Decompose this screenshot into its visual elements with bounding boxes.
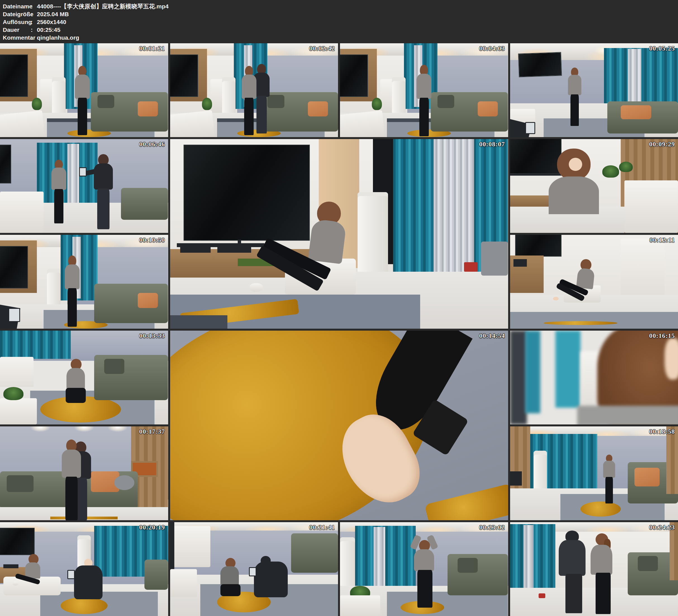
sheer-curtain — [628, 49, 641, 108]
tv-screen — [0, 246, 28, 288]
video-thumbnail-large[interactable]: 00:14:54 — [170, 331, 508, 520]
figure-torso — [51, 167, 66, 190]
figure-torso — [603, 461, 615, 478]
scene-art — [510, 522, 678, 616]
figure-legs — [417, 570, 432, 607]
video-thumbnail[interactable]: 00:17:37 — [0, 426, 168, 520]
tv-screen — [0, 145, 11, 183]
rug-gold-line — [543, 321, 618, 325]
sofa-cushion-orange — [138, 101, 158, 116]
figure-torso — [75, 75, 90, 99]
cheek-closeup — [665, 338, 678, 380]
rug — [510, 312, 678, 329]
figure-legs-kneeling — [66, 388, 86, 403]
figure-legs — [244, 98, 254, 135]
file-info-row: Kommentar : qinglanhua.org — [3, 34, 675, 42]
drawer-cabinet — [380, 79, 393, 114]
figure-torso — [549, 177, 599, 214]
air-conditioner — [357, 192, 388, 277]
tv-screen — [170, 54, 198, 97]
video-thumbnail[interactable]: 00:02:42 — [170, 43, 338, 137]
sofa-cushion — [104, 359, 124, 374]
video-thumbnail[interactable]: 00:06:46 — [0, 139, 168, 233]
video-thumbnail[interactable]: 00:04:03 — [340, 43, 508, 137]
field-separator: : — [31, 18, 37, 26]
timestamp-overlay: 00:04:03 — [479, 45, 505, 52]
scene-art — [510, 331, 678, 424]
scene-art — [0, 139, 168, 233]
video-thumbnail[interactable]: 00:13:33 — [0, 331, 168, 424]
door — [174, 526, 210, 567]
timestamp-overlay: 00:08:07 — [479, 141, 505, 148]
person-figure — [567, 68, 582, 126]
shoe — [12, 581, 18, 585]
scene-art — [510, 235, 678, 329]
resolution-label: Auflösung — [3, 18, 31, 26]
man-legs — [565, 574, 582, 613]
video-thumbnail[interactable]: 00:09:29 — [510, 139, 678, 233]
scene-art — [510, 43, 678, 137]
plant — [619, 162, 633, 172]
video-thumbnail[interactable]: 00:20:19 — [0, 522, 168, 616]
video-thumbnail[interactable]: 00:01:21 — [0, 43, 168, 137]
timestamp-overlay: 00:01:21 — [139, 45, 165, 52]
timestamp-overlay: 00:13:33 — [139, 332, 165, 340]
video-thumbnail[interactable]: 00:16:15 — [510, 331, 678, 424]
sofa — [144, 560, 168, 590]
filesize-value: 2025.04 MB — [37, 10, 69, 18]
side-table — [340, 595, 380, 616]
timestamp-overlay: 00:18:58 — [649, 428, 675, 435]
figure-torso — [568, 75, 581, 95]
sofa-cushion — [438, 95, 454, 108]
figure-torso — [220, 566, 239, 586]
sheer-curtain — [67, 144, 79, 206]
figure-torso — [62, 450, 81, 478]
video-thumbnail[interactable]: 00:24:23 — [510, 522, 678, 616]
coffee-table — [170, 569, 197, 597]
video-thumbnail[interactable]: 00:12:11 — [510, 235, 678, 329]
timestamp-overlay: 00:10:50 — [139, 236, 165, 244]
phone — [525, 122, 535, 134]
sofa — [291, 533, 338, 573]
duration-value: 00:25:45 — [37, 26, 60, 34]
video-thumbnail[interactable]: 00:21:41 — [170, 522, 338, 616]
person-figure — [50, 160, 67, 223]
video-thumbnail[interactable]: 00:10:50 — [0, 235, 168, 329]
plant — [602, 165, 619, 178]
scene-art — [0, 522, 168, 616]
video-thumbnail-large[interactable]: 00:08:07 — [170, 139, 508, 329]
resolution-value: 2560x1440 — [37, 18, 66, 26]
figure-legs — [605, 477, 613, 503]
figure-legs — [97, 189, 110, 229]
shelf-item — [514, 259, 527, 267]
coffee-table — [340, 110, 385, 137]
timestamp-overlay: 00:09:29 — [649, 141, 675, 148]
field-separator: : — [31, 34, 37, 42]
sofa-cushion-orange — [621, 105, 651, 119]
tv-screen — [510, 139, 562, 174]
coffee-table — [170, 110, 215, 137]
file-info-row: Dauer : 00:25:45 — [3, 26, 675, 34]
sofa-cushion — [458, 558, 478, 573]
figure-legs — [65, 477, 78, 520]
timestamp-overlay: 00:14:54 — [479, 332, 505, 340]
video-thumbnail[interactable]: 00:23:02 — [340, 522, 508, 616]
video-thumbnail[interactable]: 00:05:25 — [510, 43, 678, 137]
scene-art — [0, 43, 168, 137]
person-figure — [416, 65, 432, 136]
scene-art — [170, 139, 508, 329]
shoe — [250, 283, 263, 292]
person-figure — [240, 66, 257, 136]
tv-screen — [0, 528, 35, 555]
phone — [249, 567, 257, 576]
video-thumbnail[interactable]: 00:18:58 — [510, 426, 678, 520]
curtains — [0, 331, 71, 359]
sofa-cushion-orange — [308, 101, 328, 116]
side-table — [0, 398, 37, 424]
phone — [8, 308, 20, 322]
crouching-man-body — [254, 562, 288, 597]
scene-art — [340, 522, 508, 616]
figure-torso — [591, 545, 612, 575]
filesize-label: Dateigröße — [3, 10, 31, 18]
red-object — [464, 262, 478, 272]
